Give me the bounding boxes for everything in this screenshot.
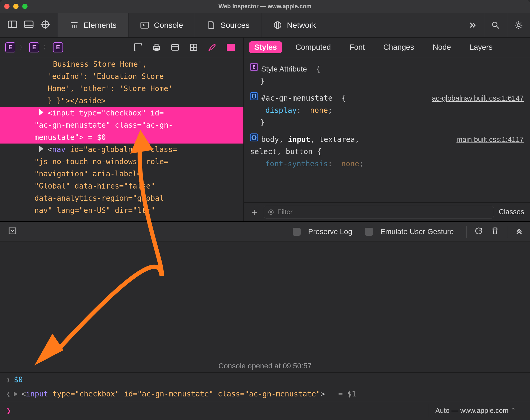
svg-rect-19	[172, 44, 179, 50]
search-icon	[491, 21, 500, 30]
window-icon[interactable]	[170, 43, 180, 52]
chevrons-up-icon	[515, 226, 524, 235]
grid-icon[interactable]	[189, 43, 198, 52]
console-toolbar: Preserve Log Emulate User Gesture	[0, 222, 530, 242]
settings-button[interactable]	[507, 13, 530, 37]
breadcrumb-html[interactable]: E	[5, 42, 15, 52]
trash-icon	[491, 226, 500, 235]
window-zoom-button[interactable]	[22, 4, 28, 9]
svg-rect-21	[190, 44, 193, 47]
svg-point-15	[517, 24, 520, 26]
search-button[interactable]	[484, 13, 507, 37]
tab-network[interactable]: Network	[261, 13, 328, 37]
svg-rect-24	[194, 48, 197, 51]
css-rule[interactable]: {} #ac-gn-menustate { ac-globalnav.built…	[250, 92, 524, 129]
chevron-right-icon: 〉	[20, 44, 25, 51]
preserve-log-checkbox[interactable]	[293, 228, 301, 236]
window-titlebar: Web Inspector — www.apple.com	[0, 0, 530, 13]
style-attribute-block[interactable]: E Style Attribute { }	[250, 63, 524, 87]
classes-button[interactable]: Classes	[499, 208, 524, 216]
dom-line[interactable]: "navigation" aria-label=	[0, 168, 243, 180]
prompt-icon: ❯	[6, 376, 10, 383]
window-minimize-button[interactable]	[13, 4, 19, 9]
collapse-button[interactable]	[515, 226, 524, 237]
css-source-link[interactable]: main.built.css:1:4117	[456, 133, 524, 146]
svg-rect-30	[9, 228, 16, 234]
dom-tree[interactable]: Business Store Home', 'eduInd': 'Educati…	[0, 57, 243, 221]
console-context-picker[interactable]: Auto — www.apple.com ⌃	[429, 404, 524, 417]
console-prompt[interactable]: ❯ Auto — www.apple.com ⌃	[0, 401, 530, 420]
window-title: Web Inspector — www.apple.com	[0, 3, 530, 10]
clear-console-button[interactable]	[491, 226, 500, 237]
tab-node[interactable]: Node	[427, 41, 456, 53]
dom-line[interactable]: "js no-touch no-windows" role=	[0, 156, 243, 168]
sidebar-toggle-icon[interactable]	[7, 19, 17, 31]
svg-rect-0	[8, 21, 17, 28]
tab-network-label: Network	[287, 21, 316, 30]
dom-line[interactable]: <nav id="ac-globalnav" class=	[0, 144, 243, 156]
sources-icon	[207, 21, 216, 30]
tab-font[interactable]: Font	[344, 41, 370, 53]
brush-icon[interactable]	[207, 43, 217, 52]
breadcrumb-selected[interactable]: E	[53, 42, 63, 52]
tab-computed[interactable]: Computed	[290, 41, 336, 53]
console-panel: Preserve Log Emulate User Gesture Consol…	[0, 221, 530, 420]
dom-line[interactable]: } }"></aside>	[0, 95, 243, 107]
reload-button[interactable]	[474, 226, 483, 237]
emulate-gesture-checkbox[interactable]	[365, 228, 373, 236]
tab-elements[interactable]: Elements	[58, 13, 128, 37]
svg-rect-26	[231, 44, 234, 51]
styles-panel[interactable]: E Style Attribute { } {} #ac-gn-menustat…	[244, 57, 530, 202]
result-icon: ❮	[6, 390, 10, 398]
breadcrumb-body[interactable]: E	[29, 42, 39, 52]
css-rule[interactable]: {} body, input, textarea, main.built.css…	[250, 133, 524, 170]
dom-breadcrumb-toolbar: E 〉 E 〉 E	[0, 38, 243, 57]
stylesheet-badge-icon: {}	[250, 133, 258, 141]
tab-changes[interactable]: Changes	[378, 41, 419, 53]
tab-styles[interactable]: Styles	[249, 41, 282, 53]
target-icon[interactable]	[40, 19, 50, 31]
dom-line[interactable]: nav" lang="en-US" dir="ltr"	[0, 204, 243, 217]
dom-line[interactable]: data-analytics-region="global	[0, 192, 243, 204]
elements-icon	[70, 21, 79, 30]
add-rule-button[interactable]: ＋	[250, 205, 259, 218]
css-value[interactable]: none	[310, 106, 328, 115]
svg-point-12	[274, 22, 281, 29]
reload-icon	[474, 226, 483, 235]
window-close-button[interactable]	[4, 4, 10, 9]
tab-console[interactable]: Console	[128, 13, 195, 37]
overflow-button[interactable]	[461, 13, 484, 37]
gear-icon	[514, 21, 523, 30]
network-icon	[273, 21, 282, 30]
disclosure-triangle-icon[interactable]	[14, 391, 17, 397]
chevrons-right-icon	[468, 21, 477, 30]
tab-console-label: Console	[154, 21, 183, 30]
dom-selected-row[interactable]: <input type="checkbox" id=	[0, 107, 243, 119]
dom-selected-row[interactable]: menustate"> = $0	[0, 131, 243, 144]
element-badge-icon: E	[250, 63, 258, 71]
tab-sources[interactable]: Sources	[195, 13, 261, 37]
divider	[507, 226, 507, 238]
dom-line[interactable]: Business Store Home',	[0, 58, 243, 70]
styles-filter-input[interactable]: Filter	[264, 206, 494, 218]
dom-line[interactable]: "Global" data-hires="false"	[0, 180, 243, 192]
dom-line[interactable]: 'eduInd': 'Education Store	[0, 70, 243, 83]
dom-line[interactable]: Home', 'other': 'Store Home'	[0, 83, 243, 95]
tab-layers[interactable]: Layers	[464, 41, 498, 53]
console-scope-button[interactable]	[8, 226, 17, 237]
console-result-entry[interactable]: ❮ <input type="checkbox" id="ac-gn-menus…	[0, 387, 530, 401]
preserve-log-label: Preserve Log	[308, 227, 352, 236]
svg-line-14	[497, 26, 499, 29]
css-property[interactable]: display	[265, 106, 297, 115]
dom-selected-row[interactable]: "ac-gn-menustate" class="ac-gn-	[0, 119, 243, 131]
svg-rect-22	[194, 44, 197, 47]
bottom-dock-icon[interactable]	[24, 19, 34, 31]
console-history-entry[interactable]: ❯ $0	[0, 372, 530, 387]
svg-rect-17	[155, 44, 158, 46]
print-icon[interactable]	[152, 43, 161, 52]
ruler-icon[interactable]	[133, 43, 143, 52]
panel-right-icon[interactable]	[226, 43, 235, 52]
css-source-link[interactable]: ac-globalnav.built.css:1:6147	[432, 92, 524, 104]
filter-icon	[268, 209, 274, 215]
svg-point-13	[493, 22, 497, 26]
